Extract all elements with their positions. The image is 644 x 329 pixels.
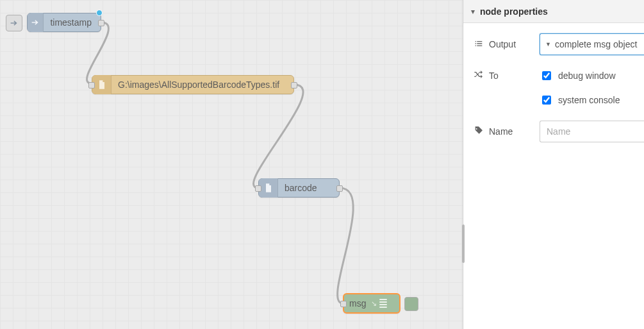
arrow-right-icon bbox=[9, 18, 19, 28]
checkbox-debug-window[interactable]: debug window bbox=[540, 69, 620, 82]
file-icon bbox=[92, 75, 111, 94]
output-port[interactable] bbox=[291, 82, 297, 89]
flow-canvas[interactable]: timestamp G:\images\AllSupportedBarcodeT… bbox=[0, 0, 463, 329]
panel-title: node properties bbox=[480, 6, 548, 17]
node-barcode[interactable]: barcode bbox=[258, 178, 340, 198]
name-label: Name bbox=[489, 126, 513, 137]
checkbox-system-console[interactable]: system console bbox=[540, 94, 620, 106]
row-name: Name bbox=[474, 121, 644, 142]
node-label: G:\images\AllSupportedBarcodeTypes.tif bbox=[111, 80, 288, 90]
row-to: To debug window system console bbox=[474, 69, 644, 106]
inject-icon bbox=[28, 13, 44, 32]
row-output: Output ▼ complete msg object bbox=[474, 33, 644, 55]
panel-header[interactable]: ▾ node properties bbox=[463, 0, 644, 23]
inject-trigger-button[interactable] bbox=[6, 15, 22, 31]
output-select[interactable]: ▼ complete msg object bbox=[540, 33, 644, 55]
input-port[interactable] bbox=[255, 185, 261, 192]
tag-icon bbox=[474, 126, 484, 138]
debug-lines-icon bbox=[379, 294, 390, 313]
system-console-checkbox[interactable] bbox=[542, 96, 551, 105]
name-input[interactable] bbox=[540, 121, 644, 142]
caret-down-icon: ▼ bbox=[545, 41, 551, 47]
to-label: To bbox=[489, 71, 499, 81]
debug-toggle-button[interactable] bbox=[404, 297, 418, 311]
output-port[interactable] bbox=[98, 20, 104, 26]
wires-layer bbox=[0, 0, 463, 329]
output-label: Output bbox=[489, 39, 516, 49]
debug-window-checkbox[interactable] bbox=[542, 71, 551, 80]
shuffle-icon bbox=[474, 69, 484, 81]
changed-indicator-icon bbox=[96, 10, 103, 16]
panel-scrollbar[interactable] bbox=[462, 224, 465, 263]
node-label: msg bbox=[344, 298, 371, 308]
node-debug-msg[interactable]: msg ↘ bbox=[343, 293, 400, 314]
debug-window-label: debug window bbox=[558, 71, 616, 81]
output-port[interactable] bbox=[336, 185, 343, 192]
input-port[interactable] bbox=[340, 301, 347, 307]
input-port[interactable] bbox=[88, 82, 95, 89]
node-label: timestamp bbox=[44, 17, 101, 28]
chevron-down-icon: ▾ bbox=[471, 7, 475, 16]
properties-panel: ▾ node properties Output ▼ complete msg … bbox=[463, 0, 644, 329]
node-label: barcode bbox=[278, 183, 326, 193]
system-console-label: system console bbox=[558, 95, 620, 105]
output-select-value: complete msg object bbox=[555, 39, 637, 49]
file-icon bbox=[259, 178, 278, 198]
canvas-overlay bbox=[0, 0, 463, 329]
arrow-down-right-icon: ↘ bbox=[371, 299, 377, 308]
node-inject-timestamp[interactable]: timestamp bbox=[27, 13, 101, 32]
list-icon bbox=[474, 38, 484, 51]
node-file-path[interactable]: G:\images\AllSupportedBarcodeTypes.tif bbox=[92, 75, 294, 94]
